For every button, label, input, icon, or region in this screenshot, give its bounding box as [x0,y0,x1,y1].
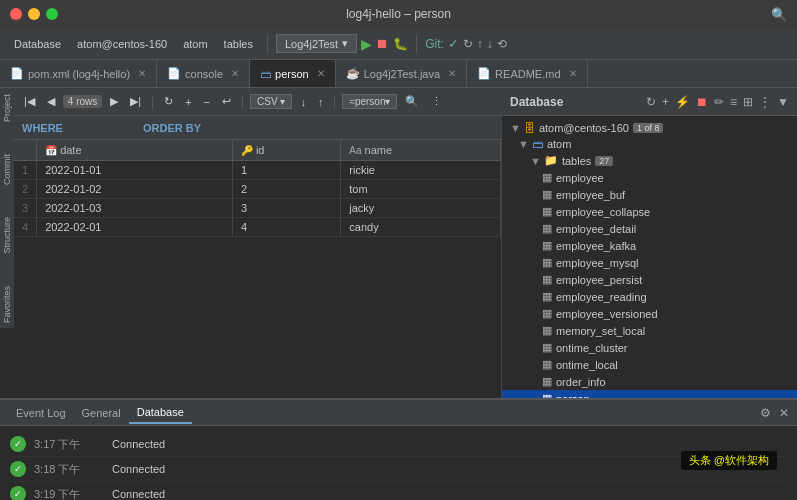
tree-table-employee-reading[interactable]: ▦ employee_reading [502,288,797,305]
tree-table-employee-kafka[interactable]: ▦ employee_kafka [502,237,797,254]
tab-console[interactable]: 📄 console ✕ [157,60,250,87]
tree-tables-folder[interactable]: ▼ 📁 tables 27 [502,152,797,169]
tree-table-order-info[interactable]: ▦ order_info [502,373,797,390]
run-config-dropdown[interactable]: Log4j2Test ▾ [276,34,357,53]
tree-server[interactable]: ▼ 🗄 atom@centos-160 1 of 8 [502,120,797,136]
tree-table-employee-detail[interactable]: ▦ employee_detail [502,220,797,237]
tab-database[interactable]: Database [129,402,192,424]
col-header-name[interactable]: Aaname [341,140,501,161]
debug-button[interactable]: 🐛 [393,37,408,51]
cell-id: 2 [232,180,340,199]
tables-menu[interactable]: tables [218,36,259,52]
table-row[interactable]: 2 2022-01-02 2 tom [14,180,501,199]
close-icon[interactable]: ✕ [448,68,456,79]
col-header-id[interactable]: 🔑id [232,140,340,161]
db-refresh-icon[interactable]: ↻ [646,95,656,109]
nav-next[interactable]: ▶ [106,94,122,109]
close-panel-icon[interactable]: ✕ [779,406,789,420]
search-icon[interactable]: 🔍 [771,7,787,22]
db-toolbar: ↻ + ⚡ ⏹ ✏ ≡ ⊞ ⋮ ▼ [646,95,789,109]
where-label: WHERE [22,122,63,134]
tab-general[interactable]: General [74,403,129,423]
db-funnel-icon[interactable]: ▼ [777,95,789,109]
db-settings-icon[interactable]: ✏ [714,95,724,109]
favorites-side-tab[interactable]: Favorites [0,280,14,329]
cell-name: tom [341,180,501,199]
tab-event-log[interactable]: Event Log [8,403,74,423]
tree-table-ontime-cluster[interactable]: ▦ ontime_cluster [502,339,797,356]
log-time: 3:18 下午 [34,462,104,477]
tree-table-employee-versioned[interactable]: ▦ employee_versioned [502,305,797,322]
table-icon: ▦ [542,273,552,286]
atom-menu[interactable]: atom@centos-160 [71,36,173,52]
table-icon: ▦ [542,375,552,388]
atom-schema[interactable]: atom [177,36,213,52]
tree-table-employee-persist[interactable]: ▦ employee_persist [502,271,797,288]
add-row-btn[interactable]: + [181,95,195,109]
tab-pom-xml[interactable]: 📄 pom.xml (log4j-hello) ✕ [0,60,157,87]
table-icon: ▦ [542,307,552,320]
nav-last[interactable]: ▶| [126,94,145,109]
maximize-button[interactable] [46,8,58,20]
close-icon[interactable]: ✕ [569,68,577,79]
project-side-tab[interactable]: Project [0,88,14,128]
cell-date: 2022-02-01 [37,218,233,237]
commit-side-tab[interactable]: Commit [0,148,14,191]
db-stop-icon[interactable]: ⏹ [696,95,708,109]
structure-side-tab[interactable]: Structure [0,211,14,260]
table-row[interactable]: 3 2022-01-03 3 jacky [14,199,501,218]
db-list-icon[interactable]: ≡ [730,95,737,109]
chevron-down-icon: ▾ [342,37,348,50]
cell-name: jacky [341,199,501,218]
search-btn[interactable]: 🔍 [401,94,423,109]
tree-table-person[interactable]: ▦ person [502,390,797,398]
delete-row-btn[interactable]: − [200,95,214,109]
tree-table-employee-mysql[interactable]: ▦ employee_mysql [502,254,797,271]
git-pull-icon[interactable]: ↓ [487,37,493,51]
tree-table-employee[interactable]: ▦ employee [502,169,797,186]
tree-table-ontime-local[interactable]: ▦ ontime_local [502,356,797,373]
log-content: ✓ 3:17 下午 Connected ✓ 3:18 下午 Connected … [0,426,797,500]
close-icon[interactable]: ✕ [138,68,146,79]
export-dropdown[interactable]: CSV ▾ [250,94,292,109]
git-check-icon[interactable]: ✓ [448,36,459,51]
row-num: 2 [14,180,37,199]
db-filter-icon[interactable]: ⚡ [675,95,690,109]
close-button[interactable] [10,8,22,20]
git-history-icon[interactable]: ⟲ [497,37,507,51]
tab-log4j2test[interactable]: ☕ Log4j2Test.java ✕ [336,60,467,87]
git-update-icon[interactable]: ↻ [463,37,473,51]
tree-table-employee-buf[interactable]: ▦ employee_buf [502,186,797,203]
table-icon: ▦ [542,222,552,235]
minimize-button[interactable] [28,8,40,20]
col-header-date[interactable]: 📅date [37,140,233,161]
tree-table-employee-collapse[interactable]: ▦ employee_collapse [502,203,797,220]
data-table-wrapper[interactable]: 📅date 🔑id Aaname 1 [14,140,501,398]
tab-person[interactable]: 🗃 person ✕ [250,60,336,87]
upload-btn[interactable]: ↑ [314,95,328,109]
nav-prev[interactable]: ◀ [43,94,59,109]
db-more-icon[interactable]: ⋮ [759,95,771,109]
git-push-icon[interactable]: ↑ [477,37,483,51]
close-icon[interactable]: ✕ [231,68,239,79]
table-name: employee_buf [556,189,625,201]
table-row[interactable]: 1 2022-01-01 1 rickie [14,161,501,180]
db-cols-icon[interactable]: ⊞ [743,95,753,109]
tree-schema[interactable]: ▼ 🗃 atom [502,136,797,152]
run-button[interactable]: ▶ [361,36,372,52]
stop-button[interactable]: ⏹ [376,36,389,51]
revert-btn[interactable]: ↩ [218,94,235,109]
settings-btn[interactable]: ⋮ [427,94,446,109]
close-icon[interactable]: ✕ [317,68,325,79]
filter-dropdown[interactable]: ≈person ▾ [342,94,397,109]
download-btn[interactable]: ↓ [296,95,310,109]
table-row[interactable]: 4 2022-02-01 4 candy [14,218,501,237]
tab-readme[interactable]: 📄 README.md ✕ [467,60,587,87]
cell-date: 2022-01-03 [37,199,233,218]
tree-table-memory-set-local[interactable]: ▦ memory_set_local [502,322,797,339]
settings-icon[interactable]: ⚙ [760,406,771,420]
database-menu[interactable]: Database [8,36,67,52]
nav-first[interactable]: |◀ [20,94,39,109]
reload-btn[interactable]: ↻ [160,94,177,109]
db-add-icon[interactable]: + [662,95,669,109]
